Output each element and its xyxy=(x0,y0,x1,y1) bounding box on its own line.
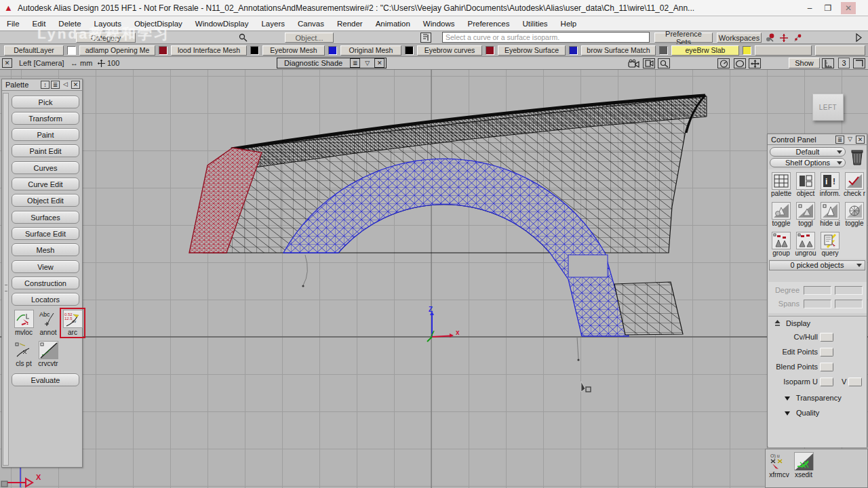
palette-tab-paint-edit[interactable]: Paint Edit xyxy=(12,144,79,157)
shade-dropdown-icon[interactable]: ▽ xyxy=(362,58,372,68)
palette-tab-curves[interactable]: Curves xyxy=(12,161,79,174)
layer-eyebrow-surface[interactable]: Eyebrow Surface xyxy=(498,45,566,56)
trash-icon[interactable] xyxy=(848,146,867,168)
viewport[interactable]: Z x X LEFT xyxy=(0,70,868,488)
ruler-icon[interactable] xyxy=(822,58,834,68)
palette-tab-object-edit[interactable]: Object Edit xyxy=(12,194,79,207)
spans-field-1[interactable] xyxy=(804,300,831,308)
palette-tab-construction[interactable]: Construction xyxy=(12,277,79,289)
isoparm-u-checkbox[interactable] xyxy=(820,378,833,386)
show-button[interactable]: Show xyxy=(789,58,820,68)
layer-swatch[interactable] xyxy=(159,46,167,55)
transparency-label[interactable]: Transparency xyxy=(796,394,842,402)
minimize-button[interactable]: – xyxy=(802,2,817,14)
palette-tab-surface-edit[interactable]: Surface Edit xyxy=(12,227,79,240)
ellipse-icon[interactable] xyxy=(734,58,746,68)
palette-tab-locators[interactable]: Locators xyxy=(12,293,79,306)
layer-swatch[interactable] xyxy=(328,46,337,55)
preference-sets-button[interactable]: Preference Sets xyxy=(654,33,713,43)
picked-objects-bar[interactable]: 0 picked objects xyxy=(769,260,865,270)
window-marker-icon[interactable]: ✕ xyxy=(2,58,12,68)
expand-toolbar-icon[interactable] xyxy=(853,33,864,43)
layer-defaultlayer[interactable]: DefaultLayer xyxy=(4,45,64,56)
diagnostic-shade-button[interactable]: Diagnostic Shade xyxy=(279,59,348,67)
shelf-tool-group[interactable]: group xyxy=(770,232,793,257)
zoom-magnifier-icon[interactable] xyxy=(658,58,670,68)
cv-hull-checkbox[interactable] xyxy=(820,333,833,342)
search-icon[interactable] xyxy=(237,33,248,43)
tool-crvcvtr[interactable]: crvcvtr xyxy=(37,341,59,367)
palette-close-icon[interactable]: ✕ xyxy=(71,81,80,89)
layer-original-mesh[interactable]: Original Mesh xyxy=(340,45,401,56)
prompt-line-input[interactable]: Select a curve or a surface isoparm. xyxy=(442,32,650,43)
layer-eyebrow-curves[interactable]: Eyebrow curves xyxy=(417,45,482,56)
shelf-tool-palette[interactable]: palette xyxy=(770,172,793,197)
palette-tab-transform[interactable]: Transform xyxy=(12,112,79,125)
grid-move-icon[interactable] xyxy=(95,58,107,68)
menu-delete[interactable]: Delete xyxy=(58,20,81,28)
layer-brow-surface-match[interactable]: brow Surface Match xyxy=(581,45,656,56)
edit-points-checkbox[interactable] xyxy=(820,348,833,357)
display-expand-icon[interactable] xyxy=(774,320,781,329)
layer-eyebrow-mesh[interactable]: Eyebrow Mesh xyxy=(262,45,325,56)
menu-utilities[interactable]: Utilities xyxy=(523,20,548,28)
menu-animation[interactable]: Animation xyxy=(376,20,410,28)
menu-canvas[interactable]: Canvas xyxy=(298,20,324,28)
cp-dropdown-icon[interactable]: ▽ xyxy=(846,136,854,144)
tool-xsedit[interactable]: xsedit xyxy=(793,452,814,479)
menu-help[interactable]: Help xyxy=(561,20,577,28)
construction-curve-left[interactable] xyxy=(303,255,307,285)
palette-tab-surfaces[interactable]: Surfaces xyxy=(12,211,79,224)
shelf-tool-query[interactable]: query xyxy=(818,232,842,257)
layer-swatch[interactable] xyxy=(67,46,76,55)
shelf-tool-toggle-mesh[interactable]: toggle xyxy=(843,202,866,227)
camera-icon[interactable] xyxy=(627,58,639,68)
quality-arrow-icon[interactable] xyxy=(785,411,790,415)
workspaces-button[interactable]: Workspaces xyxy=(717,33,762,43)
paint-tool-icon[interactable] xyxy=(765,33,776,43)
layer-empty-slot[interactable] xyxy=(755,45,812,56)
shade-close-icon[interactable]: ✕ xyxy=(374,58,384,68)
layer-swatch[interactable] xyxy=(659,46,668,55)
object-lister-button[interactable]: Object... xyxy=(285,33,334,43)
shelf-tool-information[interactable]: i! inform. xyxy=(818,172,842,197)
preset-dropdown[interactable]: Default xyxy=(770,147,846,157)
spans-field-2[interactable] xyxy=(835,300,863,308)
shelf-options-dropdown[interactable]: Shelf Options xyxy=(770,158,846,167)
menu-objectdisplay[interactable]: ObjectDisplay xyxy=(134,20,182,28)
menu-windowdisplay[interactable]: WindowDisplay xyxy=(195,20,249,28)
construction-curve-right[interactable] xyxy=(577,337,578,359)
menu-file[interactable]: File xyxy=(7,20,20,28)
layer-swatch[interactable] xyxy=(569,46,578,55)
quality-label[interactable]: Quality xyxy=(796,409,819,417)
palette-tab-view[interactable]: View xyxy=(12,260,79,273)
layer-swatch[interactable] xyxy=(486,46,494,55)
view-cube-left-label[interactable]: LEFT xyxy=(812,94,844,121)
corner-layout-icon[interactable] xyxy=(853,58,865,68)
palette-tab-evaluate[interactable]: Evaluate xyxy=(12,373,79,386)
shelf-tool-toggle-shade[interactable]: toggle xyxy=(770,202,793,227)
palette-tab-pick[interactable]: Pick xyxy=(12,96,79,108)
cp-close-icon[interactable]: ✕ xyxy=(856,136,865,144)
transparency-arrow-icon[interactable] xyxy=(785,396,790,401)
tool-arc-selected[interactable]: 0.5212.5dv arc xyxy=(62,310,83,336)
palette-collapse-icon[interactable]: ◁ xyxy=(61,81,70,89)
view-name-label[interactable]: Left [Camera] xyxy=(19,59,64,67)
shelf-tool-ungroup[interactable]: ungrou xyxy=(794,232,817,257)
shelf-tool-check-model[interactable]: check r xyxy=(843,172,866,197)
palette-tab-paint[interactable]: Paint xyxy=(12,128,79,141)
layer-eyebrw-slab[interactable]: eyeBrw Slab xyxy=(671,45,739,56)
palette-tab-curve-edit[interactable]: Curve Edit xyxy=(12,178,79,190)
layer-swatch[interactable] xyxy=(405,46,414,55)
degree-field-2[interactable] xyxy=(835,286,863,295)
menu-layers[interactable]: Layers xyxy=(261,20,285,28)
blend-points-checkbox[interactable] xyxy=(820,363,833,371)
shelf-tool-toggle-wire[interactable]: toggl xyxy=(794,202,817,227)
layer-swatch[interactable] xyxy=(743,46,751,55)
tool-annot[interactable]: Abc annot xyxy=(37,310,59,336)
isoparm-v-checkbox[interactable] xyxy=(848,378,862,386)
layer-swatch[interactable] xyxy=(250,46,259,55)
gauge-icon[interactable] xyxy=(717,58,730,68)
pan-move-icon[interactable] xyxy=(749,58,761,68)
menu-render[interactable]: Render xyxy=(337,20,363,28)
